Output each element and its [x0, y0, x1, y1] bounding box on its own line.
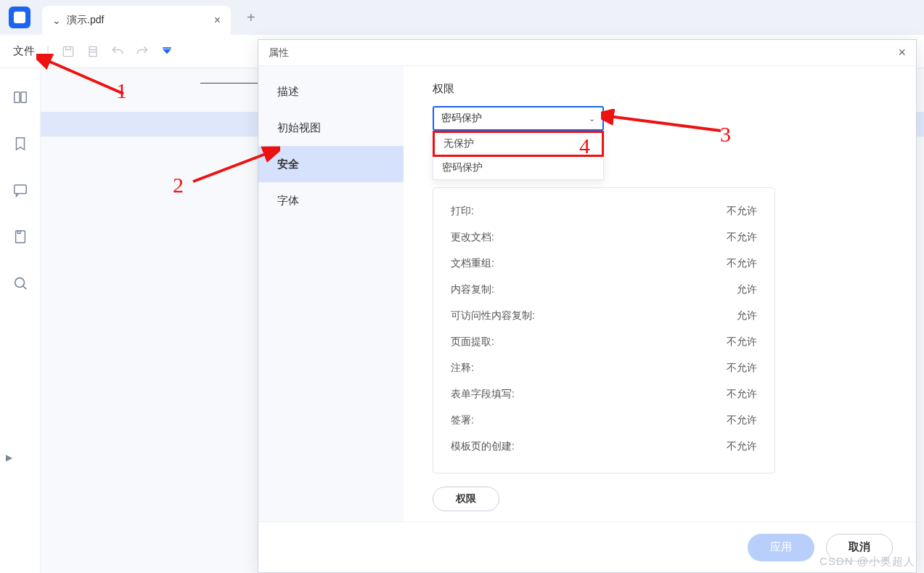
permission-value: 允许 [737, 309, 757, 322]
permission-label: 可访问性内容复制: [451, 309, 535, 322]
security-method-select[interactable]: 密码保护 ⌄ [433, 106, 604, 131]
svg-point-8 [15, 278, 24, 288]
svg-rect-4 [20, 92, 25, 103]
permission-label: 模板页的创建: [451, 440, 515, 453]
permission-row: 可访问性内容复制:允许 [451, 303, 757, 329]
nav-initial-view[interactable]: 初始视图 [258, 110, 404, 146]
thumbnails-icon[interactable] [12, 89, 29, 106]
dialog-title: 属性 [269, 46, 289, 60]
expand-rail-icon[interactable]: ▶ [6, 452, 12, 463]
section-title: 权限 [433, 82, 887, 96]
titlebar: ⌄ 演示.pdf × + [0, 0, 924, 35]
side-rail: ▶ [0, 68, 41, 573]
select-value: 密码保护 [441, 112, 482, 125]
watermark: CSDN @小奥超人 [819, 555, 915, 569]
svg-rect-3 [14, 92, 19, 103]
apply-button[interactable]: 应用 [748, 534, 814, 561]
tab-title: 演示.pdf [67, 14, 208, 27]
permission-label: 打印: [451, 205, 474, 218]
chevron-down-icon: ⌄ [589, 114, 595, 123]
permission-label: 页面提取: [451, 336, 494, 349]
dialog-close-icon[interactable]: × [898, 45, 906, 60]
security-method-dropdown: 无保护 密码保护 [433, 131, 604, 180]
permission-value: 允许 [737, 283, 757, 296]
option-no-protection[interactable]: 无保护 [433, 131, 604, 157]
annotation-3: 3 [720, 122, 731, 147]
nav-security[interactable]: 安全 [258, 146, 404, 182]
svg-rect-2 [163, 47, 171, 49]
permission-value: 不允许 [727, 362, 757, 375]
save-icon[interactable] [61, 44, 75, 59]
annotation-2: 2 [173, 173, 184, 198]
dialog-content: 权限 密码保护 ⌄ 无保护 密码保护 打印:不允许更改文档:不允许文档重组:不允… [404, 66, 916, 521]
permission-row: 内容复制:允许 [451, 277, 757, 303]
properties-dialog: 属性 × 描述 初始视图 安全 字体 权限 密码保护 ⌄ 无保护 密码保护 打印… [258, 39, 917, 573]
permission-row: 注释:不允许 [451, 355, 757, 381]
permission-row: 文档重组:不允许 [451, 251, 757, 277]
permission-label: 表单字段填写: [451, 388, 515, 401]
permission-label: 文档重组: [451, 257, 494, 270]
annotation-1: 1 [116, 78, 127, 103]
permissions-button[interactable]: 权限 [433, 487, 499, 511]
svg-rect-5 [14, 185, 26, 194]
close-tab-icon[interactable]: × [214, 14, 221, 27]
permission-value: 不允许 [727, 388, 757, 401]
attachment-icon[interactable] [12, 228, 29, 245]
permission-value: 不允许 [727, 440, 757, 453]
undo-icon[interactable] [110, 44, 125, 59]
permission-row: 签署:不允许 [451, 407, 757, 434]
svg-rect-7 [17, 231, 20, 234]
permission-value: 不允许 [727, 414, 757, 427]
more-icon[interactable] [160, 44, 174, 59]
permission-value: 不允许 [727, 257, 757, 270]
new-tab-button[interactable]: + [247, 9, 255, 26]
nav-description[interactable]: 描述 [258, 73, 404, 110]
permissions-box: 打印:不允许更改文档:不允许文档重组:不允许内容复制:允许可访问性内容复制:允许… [433, 187, 775, 474]
permission-label: 注释: [451, 362, 474, 375]
chevron-down-icon: ⌄ [52, 15, 61, 26]
file-menu[interactable]: 文件 [13, 44, 35, 58]
svg-rect-1 [89, 52, 97, 56]
document-tab[interactable]: ⌄ 演示.pdf × [42, 6, 231, 35]
annotation-4: 4 [579, 134, 590, 158]
app-icon[interactable] [9, 7, 30, 28]
dialog-nav: 描述 初始视图 安全 字体 [258, 66, 404, 521]
permission-label: 更改文档: [451, 231, 494, 244]
option-password-protection[interactable]: 密码保护 [433, 156, 603, 179]
redo-icon[interactable] [135, 44, 150, 59]
permission-row: 表单字段填写:不允许 [451, 381, 757, 407]
nav-font[interactable]: 字体 [258, 182, 404, 219]
comment-icon[interactable] [12, 182, 29, 199]
permission-row: 更改文档:不允许 [451, 224, 757, 251]
permission-value: 不允许 [727, 336, 757, 349]
permission-row: 打印:不允许 [451, 198, 757, 224]
permission-value: 不允许 [727, 205, 757, 218]
permission-label: 内容复制: [451, 283, 494, 296]
print-icon[interactable] [86, 44, 100, 59]
permission-label: 签署: [451, 414, 474, 427]
bookmark-icon[interactable] [12, 135, 29, 153]
permission-row: 模板页的创建:不允许 [451, 434, 757, 460]
dialog-footer: 应用 取消 [258, 521, 916, 572]
permission-row: 页面提取:不允许 [451, 329, 757, 355]
svg-rect-0 [63, 46, 73, 56]
dialog-titlebar: 属性 × [258, 40, 916, 66]
permission-value: 不允许 [727, 231, 757, 244]
search-icon[interactable] [12, 275, 29, 292]
